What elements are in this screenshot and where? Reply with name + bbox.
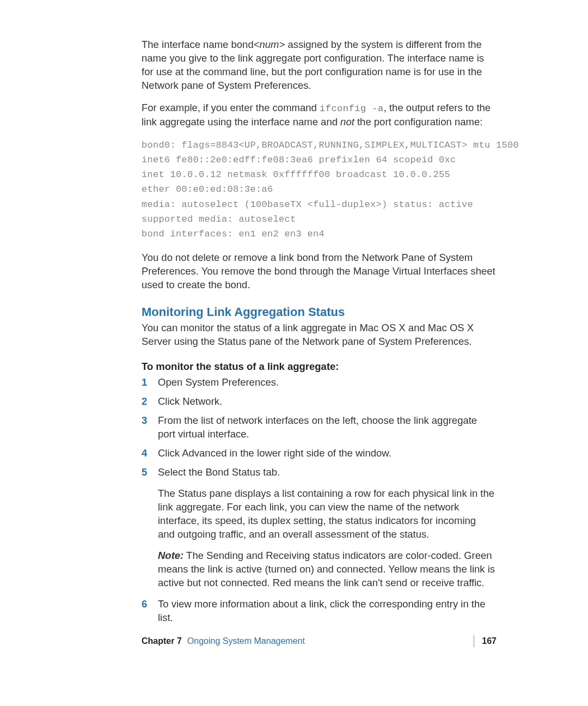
code-line: inet6 fe80::2e0:edff:fe08:3ea6 prefixlen…: [142, 153, 495, 167]
code-line: inet 10.0.0.12 netmask 0xffffff00 broadc…: [142, 167, 495, 182]
footer-right: 167: [466, 635, 497, 647]
chapter-title: Ongoing System Management: [187, 636, 305, 646]
page-content: The interface name bond<num> assigned by…: [0, 0, 588, 706]
paragraph-delete-bond: You do not delete or remove a link bond …: [142, 251, 495, 292]
text: the port configuration name:: [354, 116, 483, 127]
step-5-note: Note: The Sending and Receiving status i…: [158, 549, 495, 590]
step-5: Select the Bond Status tab.: [142, 466, 495, 479]
code-line: bond0: flags=8843<UP,BROADCAST,RUNNING,S…: [142, 138, 495, 153]
heading-monitoring: Monitoring Link Aggregation Status: [142, 305, 495, 319]
text-italic: not: [340, 116, 354, 127]
code-line: media: autoselect (100baseTX <full-duple…: [142, 197, 495, 212]
step-2: Click Network.: [142, 395, 495, 409]
text-italic: <num>: [254, 39, 285, 50]
paragraph-interface-name: The interface name bond<num> assigned by…: [142, 38, 495, 93]
code-line: ether 00:e0:ed:08:3e:a6: [142, 182, 495, 197]
page-number: 167: [482, 636, 497, 646]
code-line: bond interfaces: en1 en2 en3 en4: [142, 227, 495, 241]
text: For example, if you enter the command: [142, 102, 320, 113]
inline-code: ifconfig -a: [320, 104, 384, 114]
paragraph-monitor-intro: You can monitor the status of a link agg…: [142, 321, 495, 349]
footer-divider: [474, 635, 474, 647]
note-label: Note:: [158, 550, 183, 561]
steps-list-continued: To view more information about a link, c…: [142, 598, 495, 625]
note-text: The Sending and Receiving status indicat…: [158, 550, 495, 588]
step-6: To view more information about a link, c…: [142, 598, 495, 625]
footer-left: Chapter 7 Ongoing System Management: [142, 636, 305, 646]
steps-heading: To monitor the status of a link aggregat…: [142, 361, 495, 373]
step-4: Click Advanced in the lower right side o…: [142, 447, 495, 460]
page-footer: Chapter 7 Ongoing System Management 167: [142, 635, 497, 647]
text: The interface name bond: [142, 39, 254, 50]
code-line: supported media: autoselect: [142, 212, 495, 227]
step-1: Open System Preferences.: [142, 376, 495, 389]
chapter-label: Chapter 7: [142, 636, 182, 646]
step-3: From the list of network interfaces on t…: [142, 414, 495, 441]
step-5-detail-1: The Status pane displays a list containi…: [158, 487, 495, 541]
code-block-ifconfig-output: bond0: flags=8843<UP,BROADCAST,RUNNING,S…: [142, 138, 495, 241]
steps-list: Open System Preferences. Click Network. …: [142, 376, 495, 479]
paragraph-example-command: For example, if you enter the command if…: [142, 101, 495, 129]
